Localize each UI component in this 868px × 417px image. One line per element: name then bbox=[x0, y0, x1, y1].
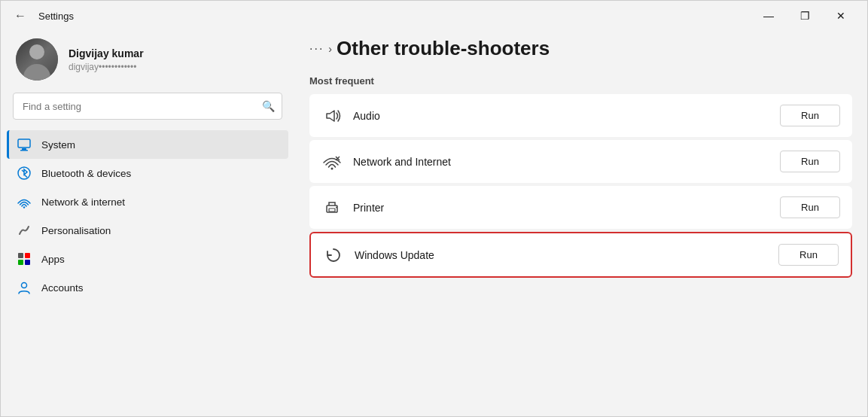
windows-update-icon bbox=[323, 245, 344, 266]
svg-rect-14 bbox=[329, 208, 335, 212]
svg-point-4 bbox=[23, 206, 25, 208]
user-profile[interactable]: Digvijay kumar digvijay•••••••••••• bbox=[1, 31, 294, 93]
breadcrumb: ··· › Other trouble-shooters bbox=[309, 31, 852, 60]
window-controls: — ❐ ✕ bbox=[751, 5, 858, 27]
svg-rect-5 bbox=[18, 253, 23, 258]
audio-icon bbox=[321, 105, 343, 126]
settings-window: ← Settings — ❐ ✕ Digvijay kumar digvijay… bbox=[0, 0, 868, 417]
sidebar-item-apps-label: Apps bbox=[41, 254, 65, 265]
svg-point-10 bbox=[331, 167, 333, 169]
bluetooth-icon bbox=[16, 165, 32, 181]
section-label: Most frequent bbox=[309, 75, 852, 87]
close-button[interactable]: ✕ bbox=[824, 5, 858, 27]
user-email: digvijay•••••••••••• bbox=[69, 62, 144, 72]
sidebar-item-personalisation[interactable]: Personalisation bbox=[7, 216, 288, 245]
sidebar-item-accounts-label: Accounts bbox=[41, 282, 84, 294]
sidebar-item-network[interactable]: Network & internet bbox=[7, 187, 288, 216]
network-troubleshoot-icon bbox=[321, 151, 343, 172]
window-title: Settings bbox=[38, 11, 74, 22]
printer-run-button[interactable]: Run bbox=[780, 196, 840, 218]
nav-list: System Bluetooth & devices bbox=[1, 127, 294, 305]
network-run-button[interactable]: Run bbox=[780, 151, 840, 172]
sidebar-item-system-label: System bbox=[41, 139, 75, 151]
sidebar-item-bluetooth[interactable]: Bluetooth & devices bbox=[7, 159, 288, 187]
user-name: Digvijay kumar bbox=[69, 47, 144, 59]
sidebar-item-bluetooth-label: Bluetooth & devices bbox=[41, 168, 131, 179]
sidebar-item-system[interactable]: System bbox=[7, 130, 288, 159]
avatar bbox=[16, 38, 58, 81]
system-icon bbox=[16, 136, 32, 153]
svg-rect-7 bbox=[18, 260, 23, 265]
search-input[interactable] bbox=[13, 93, 282, 120]
windows-update-label: Windows Update bbox=[355, 249, 768, 261]
title-bar-left: ← Settings bbox=[10, 6, 74, 26]
svg-point-15 bbox=[336, 206, 337, 208]
troubleshooter-list: Audio Run Netw bbox=[309, 94, 852, 278]
sidebar-item-apps[interactable]: Apps bbox=[7, 245, 288, 273]
audio-label: Audio bbox=[353, 110, 769, 122]
title-bar: ← Settings — ❐ ✕ bbox=[1, 1, 867, 31]
svg-rect-6 bbox=[25, 253, 30, 258]
sidebar: Digvijay kumar digvijay•••••••••••• 🔍 bbox=[1, 31, 294, 416]
page-title: Other trouble-shooters bbox=[337, 37, 550, 60]
user-info: Digvijay kumar digvijay•••••••••••• bbox=[69, 47, 144, 72]
sidebar-item-network-label: Network & internet bbox=[41, 196, 125, 208]
back-button[interactable]: ← bbox=[10, 6, 31, 26]
svg-rect-8 bbox=[25, 260, 30, 265]
svg-point-9 bbox=[22, 283, 27, 288]
svg-rect-2 bbox=[20, 150, 28, 151]
troubleshooter-item-printer: Printer Run bbox=[309, 186, 852, 229]
troubleshooter-item-network: Network and Internet Run bbox=[309, 140, 852, 183]
main-content: ··· › Other trouble-shooters Most freque… bbox=[294, 31, 867, 416]
svg-rect-0 bbox=[18, 139, 30, 148]
svg-rect-1 bbox=[22, 148, 26, 150]
printer-label: Printer bbox=[353, 202, 769, 214]
troubleshooter-item-windows-update: Windows Update Run bbox=[309, 232, 852, 278]
sidebar-item-accounts[interactable]: Accounts bbox=[7, 273, 288, 302]
network-icon bbox=[16, 193, 32, 210]
avatar-image bbox=[16, 38, 58, 81]
accounts-icon bbox=[16, 279, 32, 296]
windows-update-run-button[interactable]: Run bbox=[778, 244, 839, 266]
content-area: Digvijay kumar digvijay•••••••••••• 🔍 bbox=[1, 31, 867, 416]
search-icon: 🔍 bbox=[262, 100, 275, 112]
personalisation-icon bbox=[16, 222, 32, 239]
breadcrumb-arrow: › bbox=[328, 43, 332, 55]
breadcrumb-dots: ··· bbox=[309, 42, 324, 56]
troubleshooter-item-audio: Audio Run bbox=[309, 94, 852, 137]
printer-icon bbox=[321, 197, 343, 218]
search-box: 🔍 bbox=[13, 93, 282, 120]
minimize-button[interactable]: — bbox=[751, 5, 786, 27]
sidebar-item-personalisation-label: Personalisation bbox=[41, 225, 111, 236]
audio-run-button[interactable]: Run bbox=[780, 105, 840, 126]
network-label: Network and Internet bbox=[353, 156, 769, 168]
maximize-button[interactable]: ❐ bbox=[787, 5, 822, 27]
apps-icon bbox=[16, 251, 32, 267]
